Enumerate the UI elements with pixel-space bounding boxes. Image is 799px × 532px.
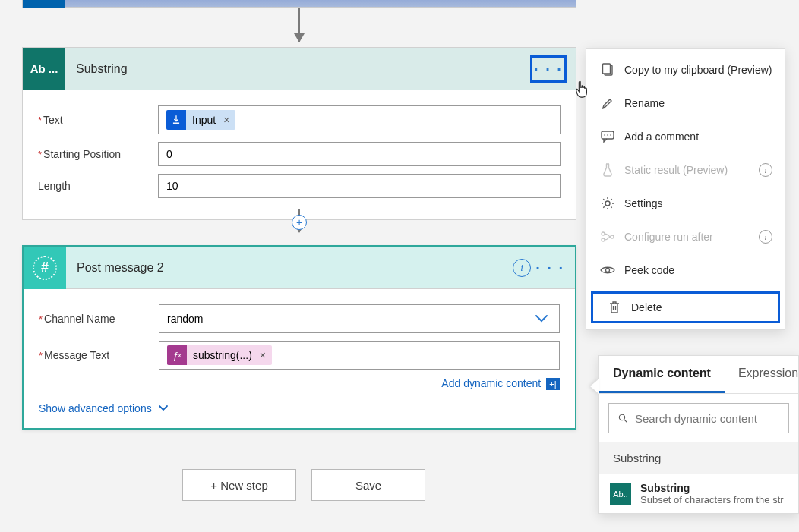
menu-static-result: Static result (Preview) i bbox=[586, 153, 785, 187]
svg-point-9 bbox=[602, 238, 605, 241]
svg-point-11 bbox=[606, 269, 610, 272]
search-icon bbox=[618, 411, 627, 425]
cursor-icon bbox=[573, 80, 590, 99]
branch-icon bbox=[598, 231, 617, 242]
chevron-down-icon bbox=[158, 405, 169, 412]
slack-icon: # bbox=[24, 247, 66, 289]
token-label: substring(...) bbox=[187, 346, 258, 364]
substring-card-title: Substring bbox=[76, 62, 128, 76]
message-text-input[interactable]: ƒx substring(...) × bbox=[159, 341, 560, 370]
menu-rename[interactable]: Rename bbox=[586, 87, 785, 120]
info-icon: i bbox=[759, 230, 772, 244]
gear-icon bbox=[598, 197, 617, 210]
svg-point-4 bbox=[604, 134, 605, 136]
tab-dynamic-content[interactable]: Dynamic content bbox=[599, 356, 725, 393]
text-operation-icon: Ab ... bbox=[23, 48, 65, 90]
token-remove-icon[interactable]: × bbox=[222, 114, 235, 126]
menu-configure-run-after: Configure run after i bbox=[586, 220, 785, 253]
svg-point-12 bbox=[619, 414, 624, 420]
field-row-channel: *Channel Name random bbox=[39, 304, 560, 333]
dynamic-content-group-header: Substring bbox=[599, 442, 798, 474]
token-remove-icon[interactable]: × bbox=[258, 349, 272, 361]
svg-rect-0 bbox=[173, 123, 179, 124]
menu-copy-clipboard[interactable]: Copy to my clipboard (Preview) bbox=[586, 53, 785, 87]
channel-name-value: random bbox=[167, 313, 203, 325]
search-input[interactable] bbox=[635, 412, 779, 425]
text-field-input[interactable]: Input × bbox=[158, 105, 561, 134]
save-button[interactable]: Save bbox=[311, 469, 425, 501]
text-operation-icon: Ab.. bbox=[610, 483, 631, 505]
pencil-icon bbox=[598, 97, 617, 109]
svg-rect-2 bbox=[603, 64, 611, 74]
svg-point-6 bbox=[610, 134, 611, 136]
connector-arrow-1 bbox=[298, 8, 300, 42]
menu-add-comment[interactable]: Add a comment bbox=[586, 120, 785, 153]
dynamic-content-badge-icon: +| bbox=[546, 378, 560, 390]
info-icon: i bbox=[759, 163, 772, 177]
dynamic-item-title: Substring bbox=[640, 482, 784, 494]
field-row-starting-position: *Starting Position 0 bbox=[38, 142, 561, 166]
length-label: Length bbox=[38, 180, 158, 192]
add-step-inline-button[interactable]: + bbox=[292, 215, 307, 230]
substring-card-body: *Text Input × *Starting Position 0 Lengt… bbox=[23, 90, 576, 219]
token-label: Input bbox=[186, 111, 222, 129]
add-dynamic-content-link[interactable]: Add dynamic content bbox=[441, 377, 541, 389]
add-dynamic-content-row: Add dynamic content +| bbox=[39, 377, 560, 390]
expression-token[interactable]: ƒx substring(...) × bbox=[167, 345, 272, 365]
substring-card-header[interactable]: Ab ... Substring · · · bbox=[23, 48, 576, 90]
comment-icon bbox=[598, 131, 617, 143]
substring-more-button[interactable]: · · · bbox=[530, 55, 567, 83]
workflow-canvas: Ab ... Substring · · · *Text Input × bbox=[0, 0, 799, 532]
new-step-button[interactable]: + New step bbox=[182, 469, 296, 501]
length-input[interactable]: 10 bbox=[158, 174, 561, 198]
chevron-down-icon bbox=[535, 314, 548, 323]
fx-icon: ƒx bbox=[167, 345, 187, 365]
menu-peek-code[interactable]: Peek code bbox=[586, 253, 785, 287]
post-message-header[interactable]: # Post message 2 i · · · bbox=[24, 247, 575, 289]
substring-action-card: Ab ... Substring · · · *Text Input × bbox=[22, 47, 576, 220]
svg-point-5 bbox=[607, 134, 608, 136]
dynamic-content-search[interactable] bbox=[608, 403, 789, 433]
dynamic-item-text: Substring Subset of characters from the … bbox=[640, 482, 784, 505]
show-advanced-options-toggle[interactable]: Show advanced options bbox=[39, 402, 560, 414]
trigger-card-partial bbox=[22, 0, 576, 8]
text-field-label: *Text bbox=[38, 114, 158, 126]
menu-settings[interactable]: Settings bbox=[586, 187, 785, 220]
post-message-more-button[interactable]: · · · bbox=[535, 260, 564, 277]
ellipsis-icon: · · · bbox=[534, 61, 563, 78]
starting-position-input[interactable]: 0 bbox=[158, 142, 561, 166]
tab-expression[interactable]: Expression bbox=[725, 356, 799, 393]
clipboard-icon bbox=[598, 63, 617, 77]
channel-name-select[interactable]: random bbox=[159, 304, 560, 333]
variable-icon bbox=[166, 110, 186, 130]
channel-name-label: *Channel Name bbox=[39, 313, 159, 325]
info-icon[interactable]: i bbox=[513, 259, 531, 277]
starting-position-label: *Starting Position bbox=[38, 148, 158, 160]
menu-delete[interactable]: Delete bbox=[591, 291, 780, 323]
dynamic-content-item-substring[interactable]: Ab.. Substring Subset of characters from… bbox=[599, 474, 798, 513]
post-message-body: *Channel Name random *Message Text ƒx su… bbox=[24, 289, 575, 428]
svg-point-10 bbox=[611, 235, 614, 238]
flask-icon bbox=[598, 163, 617, 177]
dynamic-panel-tabs: Dynamic content Expression bbox=[599, 356, 798, 394]
trash-icon bbox=[605, 301, 624, 314]
action-context-menu: Copy to my clipboard (Preview) Rename Ad… bbox=[586, 48, 785, 330]
dynamic-content-panel: Dynamic content Expression Substring Ab.… bbox=[598, 355, 799, 514]
footer-buttons: + New step Save bbox=[182, 469, 425, 501]
field-row-text: *Text Input × bbox=[38, 105, 561, 134]
input-token[interactable]: Input × bbox=[166, 110, 235, 130]
trigger-card-icon bbox=[23, 0, 65, 8]
field-row-length: Length 10 bbox=[38, 174, 561, 198]
post-message-title: Post message 2 bbox=[77, 261, 164, 275]
post-message-action-card: # Post message 2 i · · · *Channel Name r… bbox=[22, 245, 576, 430]
field-row-message-text: *Message Text ƒx substring(...) × bbox=[39, 341, 560, 370]
dynamic-item-subtitle: Subset of characters from the str bbox=[640, 494, 784, 505]
svg-point-8 bbox=[602, 232, 605, 235]
eye-icon bbox=[598, 266, 617, 275]
svg-point-7 bbox=[605, 201, 610, 206]
panel-pointer-icon bbox=[590, 379, 599, 394]
message-text-label: *Message Text bbox=[39, 349, 159, 361]
